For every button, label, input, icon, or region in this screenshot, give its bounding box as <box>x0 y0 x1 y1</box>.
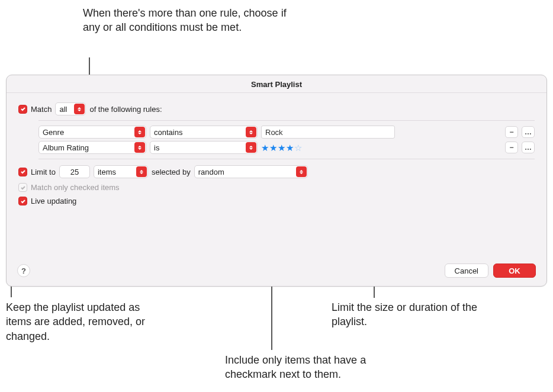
limit-count-value: 25 <box>70 168 79 176</box>
star-filled-icon: ★ <box>269 143 277 152</box>
match-checked-checkbox <box>18 183 27 192</box>
ok-button[interactable]: OK <box>493 264 536 278</box>
dialog-footer: ? Cancel OK <box>17 264 536 278</box>
callout-checked-items: Include only items that have a checkmark… <box>225 353 414 382</box>
limit-checkbox[interactable] <box>18 168 27 176</box>
limit-count-input[interactable]: 25 <box>59 165 90 178</box>
limit-method-value: random <box>198 168 224 176</box>
chevron-updown-icon <box>246 142 256 153</box>
rule-row: Genre contains Rock − … <box>38 124 535 140</box>
remove-rule-button[interactable]: − <box>505 142 518 153</box>
match-checked-row: Match only checked items <box>18 183 535 192</box>
chevron-updown-icon <box>134 127 145 137</box>
chevron-updown-icon <box>134 142 145 153</box>
rule-operator-value: is <box>154 143 159 152</box>
rules-table: Genre contains Rock − … Album Ratin <box>38 120 535 159</box>
limit-label: Limit to <box>31 168 56 176</box>
remove-rule-button[interactable]: − <box>505 126 518 138</box>
rule-operator-value: contains <box>154 128 182 137</box>
rule-operator-popup[interactable]: contains <box>150 126 258 139</box>
help-button[interactable]: ? <box>17 264 30 277</box>
limit-row: Limit to 25 items selected by random <box>18 165 535 178</box>
limit-unit-popup[interactable]: items <box>94 165 148 178</box>
rule-row: Album Rating is ★ ★ ★ ★ ☆ − … <box>38 140 535 155</box>
match-row: Match all of the following rules: <box>18 102 535 115</box>
live-updating-checkbox[interactable] <box>18 197 27 205</box>
chevron-updown-icon <box>74 104 85 114</box>
rule-operator-popup[interactable]: is <box>150 141 258 154</box>
rule-field-value: Genre <box>43 128 64 137</box>
rule-options-button[interactable]: … <box>522 126 535 138</box>
match-checked-label: Match only checked items <box>31 183 120 192</box>
limit-method-popup[interactable]: random <box>194 165 308 178</box>
chevron-updown-icon <box>296 166 307 177</box>
chevron-updown-icon <box>136 166 147 177</box>
selected-by-label: selected by <box>152 168 191 176</box>
match-label-prefix: Match <box>31 105 52 114</box>
rule-value-text: Rock <box>265 128 283 137</box>
dialog-title: Smart Playlist <box>7 75 546 93</box>
live-updating-label: Live updating <box>31 197 76 205</box>
star-filled-icon: ★ <box>286 143 294 152</box>
cancel-button[interactable]: Cancel <box>445 264 488 278</box>
rule-field-value: Album Rating <box>43 143 89 152</box>
match-mode-value: all <box>59 105 67 114</box>
match-checkbox[interactable] <box>18 105 27 114</box>
smart-playlist-dialog: Smart Playlist Match all of the followin… <box>6 75 547 287</box>
live-updating-row: Live updating <box>18 197 535 205</box>
callout-limit: Limit the size or duration of the playli… <box>332 300 486 329</box>
limit-unit-value: items <box>98 168 116 176</box>
rule-field-popup[interactable]: Album Rating <box>38 141 146 154</box>
rule-options-button[interactable]: … <box>522 142 535 153</box>
callout-live-updating: Keep the playlist updated as items are a… <box>6 300 166 343</box>
rule-value-stars[interactable]: ★ ★ ★ ★ ☆ <box>261 143 302 152</box>
rule-value-textfield[interactable]: Rock <box>261 126 395 139</box>
callout-match-mode: When there's more than one rule, choose … <box>83 6 290 35</box>
star-filled-icon: ★ <box>261 143 269 152</box>
rule-field-popup[interactable]: Genre <box>38 126 146 139</box>
star-filled-icon: ★ <box>278 143 285 152</box>
star-empty-icon: ☆ <box>294 143 302 152</box>
match-label-suffix: of the following rules: <box>89 105 162 114</box>
chevron-updown-icon <box>246 127 256 137</box>
match-mode-popup[interactable]: all <box>55 102 86 115</box>
